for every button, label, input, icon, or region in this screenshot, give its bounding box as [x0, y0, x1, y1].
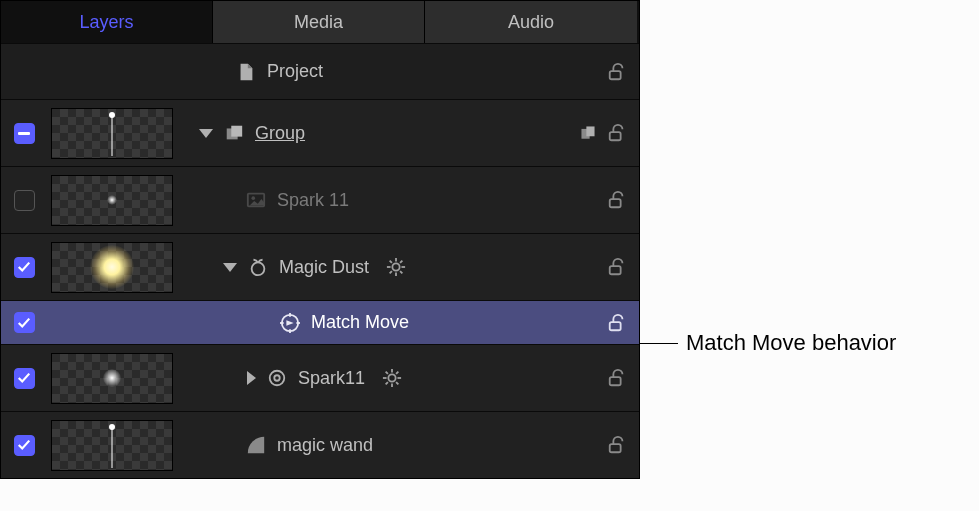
behavior-icon	[279, 312, 301, 334]
thumbnail[interactable]	[51, 420, 173, 471]
disclosure-triangle[interactable]	[247, 371, 256, 385]
particle-emitter-icon	[247, 256, 269, 278]
visibility-checkbox[interactable]	[14, 368, 35, 389]
visibility-checkbox[interactable]	[14, 312, 35, 333]
lock-icon[interactable]	[605, 188, 629, 212]
svg-rect-24	[610, 322, 621, 330]
shape-icon	[245, 434, 267, 456]
tab-audio[interactable]: Audio	[425, 1, 637, 43]
row-spark11-emitter[interactable]: Spark11	[1, 344, 639, 411]
thumbnail[interactable]	[51, 175, 173, 226]
disclosure-triangle[interactable]	[199, 129, 213, 138]
group-label[interactable]: Group	[255, 123, 305, 144]
row-spark11-image[interactable]: Spark 11	[1, 166, 639, 233]
callout-text: Match Move behavior	[686, 330, 896, 356]
lock-icon[interactable]	[605, 433, 629, 457]
isolate-icon[interactable]	[577, 122, 599, 144]
file-icon	[235, 61, 257, 83]
disclosure-triangle[interactable]	[223, 263, 237, 272]
tab-media[interactable]: Media	[213, 1, 425, 43]
lock-icon[interactable]	[605, 311, 629, 335]
layer-label: magic wand	[277, 435, 373, 456]
thumbnail[interactable]	[51, 242, 173, 293]
image-icon	[245, 189, 267, 211]
row-match-move[interactable]: Match Move	[1, 300, 639, 344]
row-magic-wand[interactable]: magic wand	[1, 411, 639, 478]
lock-icon[interactable]	[605, 255, 629, 279]
layer-label: Spark11	[298, 368, 365, 389]
callout: Match Move behavior	[640, 330, 896, 356]
row-group[interactable]: Group	[1, 99, 639, 166]
layer-label: Magic Dust	[279, 257, 369, 278]
project-label: Project	[267, 61, 323, 82]
visibility-checkbox[interactable]	[14, 123, 35, 144]
visibility-checkbox[interactable]	[14, 435, 35, 456]
tab-layers[interactable]: Layers	[1, 1, 213, 43]
lock-icon[interactable]	[605, 366, 629, 390]
gear-icon[interactable]	[385, 256, 407, 278]
callout-line	[640, 343, 678, 344]
visibility-checkbox[interactable]	[14, 190, 35, 211]
layers-panel: Layers Media Audio Project	[0, 0, 640, 479]
lock-icon[interactable]	[605, 121, 629, 145]
visibility-checkbox[interactable]	[14, 257, 35, 278]
row-magic-dust[interactable]: Magic Dust	[1, 233, 639, 300]
thumbnail[interactable]	[51, 108, 173, 159]
gear-icon[interactable]	[381, 367, 403, 389]
row-project[interactable]: Project	[1, 43, 639, 99]
emitter-icon	[266, 367, 288, 389]
behavior-label: Match Move	[311, 312, 409, 333]
lock-icon[interactable]	[605, 60, 629, 84]
layer-label: Spark 11	[277, 190, 349, 211]
panel-tabs: Layers Media Audio	[1, 1, 639, 43]
thumbnail[interactable]	[51, 353, 173, 404]
group-icon	[223, 122, 245, 144]
